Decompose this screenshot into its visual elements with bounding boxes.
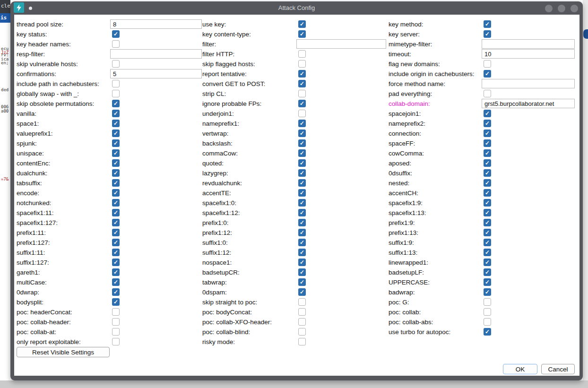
underjoin1-checkbox[interactable] <box>298 110 306 117</box>
notchunked-checkbox[interactable]: ✓ <box>112 199 120 207</box>
backslash-checkbox[interactable]: ✓ <box>298 139 306 147</box>
skip-obsolete-permutations-checkbox[interactable]: ✓ <box>112 100 120 107</box>
suffix1-0-checkbox[interactable]: ✓ <box>298 239 306 246</box>
skip-straight-to-poc-checkbox[interactable] <box>298 298 306 306</box>
spaceff-checkbox[interactable]: ✓ <box>484 139 491 147</box>
0dwrap-checkbox[interactable]: ✓ <box>112 288 120 296</box>
poc-g-checkbox[interactable] <box>484 298 491 306</box>
window-control-button[interactable] <box>558 5 565 12</box>
filter-http-checkbox[interactable] <box>298 50 306 58</box>
force-method-name-input[interactable] <box>482 79 575 88</box>
spacejoin1-checkbox[interactable]: ✓ <box>484 110 491 117</box>
suffix1-127-checkbox[interactable]: ✓ <box>112 259 120 266</box>
badsetuplf-checkbox[interactable]: ✓ <box>484 268 491 276</box>
suffix1-11-checkbox[interactable]: ✓ <box>112 249 120 256</box>
lazygrep-checkbox[interactable]: ✓ <box>298 169 306 177</box>
pad-everything-checkbox[interactable] <box>484 90 491 97</box>
cowcomma-checkbox[interactable]: ✓ <box>484 149 491 157</box>
poc-collab-at-checkbox[interactable] <box>112 328 120 336</box>
key-method-checkbox[interactable]: ✓ <box>484 20 491 28</box>
unispace-checkbox[interactable]: ✓ <box>112 149 120 157</box>
0dspam-checkbox[interactable]: ✓ <box>298 288 306 296</box>
timeout-input[interactable] <box>482 49 575 59</box>
poc-collab-checkbox[interactable] <box>484 308 491 316</box>
spacefix1-12-checkbox[interactable]: ✓ <box>298 209 306 216</box>
0dsuffix-checkbox[interactable]: ✓ <box>484 169 491 177</box>
spacefix1-13-checkbox[interactable]: ✓ <box>484 209 491 216</box>
key-header-names-checkbox[interactable] <box>112 40 120 48</box>
resp-filter-input[interactable] <box>110 49 202 59</box>
spacefix1-9-checkbox[interactable]: ✓ <box>484 199 491 207</box>
key-content-type-checkbox[interactable]: ✓ <box>298 30 306 38</box>
reset-visible-settings-button[interactable]: Reset Visible Settings <box>17 347 110 357</box>
report-tentative-checkbox[interactable]: ✓ <box>298 70 306 78</box>
cancel-button[interactable]: Cancel <box>541 364 575 374</box>
poc-collab-header-checkbox[interactable] <box>112 318 120 326</box>
space1-checkbox[interactable]: ✓ <box>112 120 120 127</box>
window-control-button[interactable] <box>571 5 578 12</box>
multicase-checkbox[interactable]: ✓ <box>112 278 120 286</box>
nameprefix1-checkbox[interactable]: ✓ <box>298 120 306 127</box>
spacefix1-11-checkbox[interactable]: ✓ <box>112 209 120 216</box>
ignore-probable-fps-checkbox[interactable]: ✓ <box>298 100 306 107</box>
poc-collab-abs-checkbox[interactable] <box>484 318 491 326</box>
thread-pool-size-input[interactable] <box>110 19 202 29</box>
badsetupcr-checkbox[interactable]: ✓ <box>298 268 306 276</box>
tabsuffix-checkbox[interactable]: ✓ <box>112 179 120 187</box>
quoted-checkbox[interactable]: ✓ <box>298 159 306 167</box>
tabwrap-checkbox[interactable]: ✓ <box>298 278 306 286</box>
aposed-checkbox[interactable]: ✓ <box>484 159 491 167</box>
spjunk-checkbox[interactable]: ✓ <box>112 139 120 147</box>
prefix1-0-checkbox[interactable]: ✓ <box>298 219 306 226</box>
nameprefix2-checkbox[interactable]: ✓ <box>484 120 491 127</box>
suffix1-13-checkbox[interactable]: ✓ <box>484 249 491 256</box>
contentenc-checkbox[interactable]: ✓ <box>112 159 120 167</box>
key-server-checkbox[interactable]: ✓ <box>484 30 491 38</box>
title-bar[interactable]: Attack Config <box>10 1 583 15</box>
accentch-checkbox[interactable]: ✓ <box>484 189 491 197</box>
revdualchunk-checkbox[interactable]: ✓ <box>298 179 306 187</box>
suffix1-12-checkbox[interactable]: ✓ <box>298 249 306 256</box>
include-origin-in-cachebusters-checkbox[interactable]: ✓ <box>484 70 491 78</box>
poc-collab-xfo-header-checkbox[interactable] <box>298 318 306 326</box>
dualchunk-checkbox[interactable]: ✓ <box>112 169 120 177</box>
skip-vulnerable-hosts-checkbox[interactable] <box>112 60 120 68</box>
poc-headerconcat-checkbox[interactable] <box>112 308 120 316</box>
skip-flagged-hosts-checkbox[interactable] <box>298 60 306 68</box>
prefix1-12-checkbox[interactable]: ✓ <box>298 229 306 236</box>
prefix1-9-checkbox[interactable]: ✓ <box>484 219 491 226</box>
connection-checkbox[interactable]: ✓ <box>484 129 491 137</box>
poc-collab-blind-checkbox[interactable] <box>298 328 306 336</box>
encode-checkbox[interactable]: ✓ <box>112 189 120 197</box>
window-control-button[interactable] <box>545 5 553 12</box>
risky-mode-checkbox[interactable] <box>298 338 306 345</box>
key-status-checkbox[interactable]: ✓ <box>112 30 120 38</box>
collab-domain-input[interactable] <box>482 99 575 108</box>
prefix1-11-checkbox[interactable]: ✓ <box>112 229 120 236</box>
only-report-exploitable-checkbox[interactable] <box>112 338 120 345</box>
mimetype-filter-input[interactable] <box>482 39 575 49</box>
commacow-checkbox[interactable]: ✓ <box>298 149 306 157</box>
globally-swap-with-checkbox[interactable] <box>112 90 120 97</box>
flag-new-domains-checkbox[interactable] <box>484 60 491 68</box>
confirmations-input[interactable] <box>110 69 202 78</box>
bodysplit-checkbox[interactable]: ✓ <box>112 298 120 306</box>
nested-checkbox[interactable]: ✓ <box>484 179 491 187</box>
valueprefix1-checkbox[interactable]: ✓ <box>112 129 120 137</box>
ok-button[interactable]: OK <box>503 364 537 374</box>
gareth1-checkbox[interactable]: ✓ <box>112 268 120 276</box>
strip-cl-checkbox[interactable] <box>298 90 306 97</box>
prefix1-13-checkbox[interactable]: ✓ <box>484 229 491 236</box>
use-turbo-for-autopoc-checkbox[interactable]: ✓ <box>484 328 491 336</box>
linewrapped1-checkbox[interactable]: ✓ <box>484 259 491 266</box>
suffix1-9-checkbox[interactable]: ✓ <box>484 239 491 246</box>
use-key-checkbox[interactable]: ✓ <box>298 20 306 28</box>
spacefix1-127-checkbox[interactable]: ✓ <box>112 219 120 226</box>
badwrap-checkbox[interactable]: ✓ <box>484 288 491 296</box>
include-path-in-cachebusters-checkbox[interactable] <box>112 80 120 87</box>
prefix1-127-checkbox[interactable]: ✓ <box>112 239 120 246</box>
poc-bodyconcat-checkbox[interactable] <box>298 308 306 316</box>
filter-input[interactable] <box>296 39 386 49</box>
spacefix1-0-checkbox[interactable]: ✓ <box>298 199 306 207</box>
convert-get-to-post-checkbox[interactable]: ✓ <box>298 80 306 87</box>
